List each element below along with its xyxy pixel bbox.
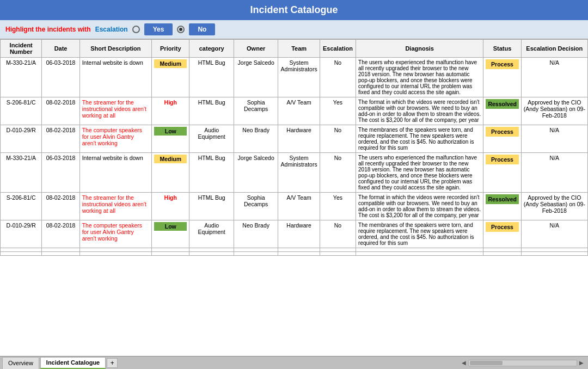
filter-bar: Highlignt the incidents with Escalation … bbox=[0, 20, 588, 39]
cell-escalation: No bbox=[320, 125, 356, 153]
col-header-priority: Priority bbox=[152, 40, 189, 58]
cell-category bbox=[189, 252, 234, 256]
table-row: M-330-21/A06-03-2018Internal website is … bbox=[1, 58, 588, 97]
cell-category: HTML Bug bbox=[189, 58, 234, 97]
table-row: D-010-29/R08-02-2018The computer speaker… bbox=[1, 125, 588, 153]
cell-owner: Neo Brady bbox=[234, 125, 278, 153]
cell-short-description: The computer speakers for user Alvin Gan… bbox=[79, 125, 151, 153]
cell-incident: S-206-81/C bbox=[1, 97, 42, 125]
cell-category: Audio Equipment bbox=[189, 125, 234, 153]
cell-status: Process bbox=[483, 58, 521, 97]
cell-diagnosis bbox=[356, 248, 483, 252]
cell-escalation-decision: N/A bbox=[521, 125, 587, 153]
cell-escalation-decision: Approved by the CIO (Andy Sebastian) on … bbox=[521, 193, 587, 220]
col-header-short: Short Description bbox=[79, 40, 151, 58]
cell-diagnosis: The format in which the videos were reco… bbox=[356, 193, 483, 220]
radio-no[interactable] bbox=[177, 26, 185, 33]
cell-owner bbox=[234, 248, 278, 252]
cell-escalation bbox=[320, 252, 356, 256]
col-header-decision: Escalation Decision bbox=[521, 40, 587, 58]
cell-escalation: Yes bbox=[320, 193, 356, 220]
cell-short-description: Internal website is down bbox=[79, 153, 151, 193]
cell-owner: Jorge Salcedo bbox=[234, 58, 278, 97]
table-row bbox=[1, 252, 588, 256]
cell-category: HTML Bug bbox=[189, 153, 234, 193]
cell-owner: Sophia Decamps bbox=[234, 97, 278, 125]
cell-team: System Administrators bbox=[278, 153, 320, 193]
yes-button[interactable]: Yes bbox=[144, 23, 173, 35]
cell-escalation-decision: N/A bbox=[521, 58, 587, 97]
table-container: Incident Number Date Short Description P… bbox=[0, 39, 588, 356]
cell-status: Process bbox=[483, 125, 521, 153]
filter-highlight: Escalation bbox=[95, 26, 128, 33]
cell-date: 06-03-2018 bbox=[42, 153, 79, 193]
cell-date: 08-02-2018 bbox=[42, 97, 79, 125]
horizontal-scrollbar[interactable] bbox=[468, 360, 577, 366]
cell-diagnosis: The users who experienced the malfunctio… bbox=[356, 58, 483, 97]
cell-priority bbox=[152, 252, 189, 256]
cell-category: HTML Bug bbox=[189, 97, 234, 125]
cell-priority: High bbox=[152, 193, 189, 220]
cell-team: A/V Team bbox=[278, 193, 320, 220]
cell-diagnosis: The users who experienced the malfunctio… bbox=[356, 153, 483, 193]
cell-priority bbox=[152, 248, 189, 252]
cell-team: A/V Team bbox=[278, 97, 320, 125]
no-button[interactable]: No bbox=[189, 23, 215, 35]
cell-owner: Neo Brady bbox=[234, 220, 278, 248]
cell-priority: High bbox=[152, 97, 189, 125]
col-header-diagnosis: Diagnosis bbox=[356, 40, 483, 58]
table-row: D-010-29/R08-02-2018The computer speaker… bbox=[1, 220, 588, 248]
col-header-team: Team bbox=[278, 40, 320, 58]
cell-status: Ressolved bbox=[483, 193, 521, 220]
table-row: S-206-81/C08-02-2018The streamer for the… bbox=[1, 193, 588, 220]
tab-overview[interactable]: Overview bbox=[2, 357, 39, 369]
cell-escalation: No bbox=[320, 58, 356, 97]
cell-diagnosis: The membranes of the speakers were torn,… bbox=[356, 220, 483, 248]
cell-priority: Medium bbox=[152, 58, 189, 97]
col-header-incident: Incident Number bbox=[1, 40, 42, 58]
cell-date bbox=[42, 248, 79, 252]
table-header-row: Incident Number Date Short Description P… bbox=[1, 40, 588, 58]
cell-status: Process bbox=[483, 153, 521, 193]
cell-date: 08-02-2018 bbox=[42, 125, 79, 153]
cell-escalation-decision bbox=[521, 252, 587, 256]
cell-short-description bbox=[79, 252, 151, 256]
tab-add-button[interactable]: + bbox=[107, 358, 118, 368]
table-row: M-330-21/A06-03-2018Internal website is … bbox=[1, 153, 588, 193]
cell-escalation-decision: N/A bbox=[521, 220, 587, 248]
cell-incident bbox=[1, 252, 42, 256]
cell-priority: Low bbox=[152, 125, 189, 153]
radio-yes[interactable] bbox=[132, 26, 140, 33]
cell-priority: Low bbox=[152, 220, 189, 248]
col-header-category: category bbox=[189, 40, 234, 58]
cell-incident bbox=[1, 248, 42, 252]
cell-category: Audio Equipment bbox=[189, 220, 234, 248]
cell-team bbox=[278, 252, 320, 256]
col-header-escalation: Escalation bbox=[320, 40, 356, 58]
title-bar: Incident Catalogue bbox=[0, 0, 588, 20]
cell-short-description: The streamer for the instructional video… bbox=[79, 97, 151, 125]
cell-owner: Sophia Decamps bbox=[234, 193, 278, 220]
cell-short-description bbox=[79, 248, 151, 252]
cell-escalation: Yes bbox=[320, 97, 356, 125]
cell-category: HTML Bug bbox=[189, 193, 234, 220]
cell-team: Hardware bbox=[278, 125, 320, 153]
cell-status bbox=[483, 252, 521, 256]
cell-short-description: Internal website is down bbox=[79, 58, 151, 97]
cell-status: Ressolved bbox=[483, 97, 521, 125]
cell-diagnosis: The format in which the videos were reco… bbox=[356, 97, 483, 125]
cell-diagnosis bbox=[356, 252, 483, 256]
bottom-tabs-bar: Overview Incident Catalogue + ◀ ▶ bbox=[0, 356, 588, 369]
cell-escalation bbox=[320, 248, 356, 252]
cell-short-description: The streamer for the instructional video… bbox=[79, 193, 151, 220]
incident-table: Incident Number Date Short Description P… bbox=[0, 39, 588, 256]
cell-status: Process bbox=[483, 220, 521, 248]
cell-status bbox=[483, 248, 521, 252]
col-header-status: Status bbox=[483, 40, 521, 58]
cell-incident: M-330-21/A bbox=[1, 153, 42, 193]
cell-date: 08-02-2018 bbox=[42, 220, 79, 248]
cell-escalation-decision bbox=[521, 248, 587, 252]
cell-incident: D-010-29/R bbox=[1, 220, 42, 248]
tab-incident-catalogue[interactable]: Incident Catalogue bbox=[40, 357, 106, 369]
col-header-owner: Owner bbox=[234, 40, 278, 58]
